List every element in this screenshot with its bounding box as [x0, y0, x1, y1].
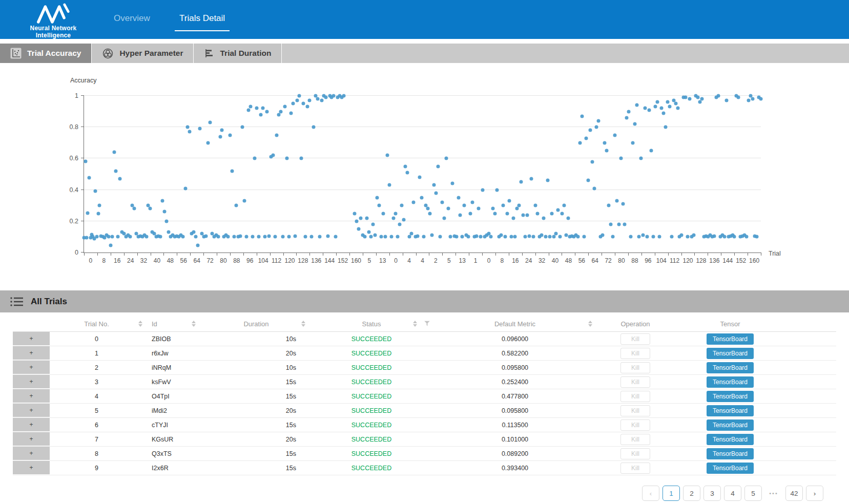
- pagination-next-button[interactable]: ›: [806, 486, 823, 501]
- scatter-point[interactable]: [359, 216, 363, 220]
- sort-icon[interactable]: [301, 321, 305, 327]
- scatter-point[interactable]: [522, 213, 525, 217]
- kill-button[interactable]: Kill: [620, 463, 650, 474]
- scatter-point[interactable]: [653, 105, 657, 109]
- scatter-point[interactable]: [204, 234, 208, 238]
- scatter-point[interactable]: [450, 182, 454, 185]
- scatter-point[interactable]: [594, 125, 598, 129]
- scatter-point[interactable]: [600, 234, 604, 237]
- scatter-point[interactable]: [396, 235, 399, 239]
- pagination-page-button[interactable]: 3: [703, 486, 721, 501]
- scatter-point[interactable]: [235, 204, 238, 207]
- tab-trial-accuracy[interactable]: Trial Accuracy: [0, 44, 92, 63]
- scatter-point[interactable]: [648, 108, 651, 112]
- scatter-point[interactable]: [379, 235, 383, 239]
- scatter-point[interactable]: [216, 235, 220, 239]
- scatter-point[interactable]: [585, 136, 588, 140]
- expand-row-button[interactable]: +: [13, 332, 50, 346]
- kill-button[interactable]: Kill: [620, 376, 650, 388]
- scatter-point[interactable]: [367, 230, 371, 234]
- scatter-point[interactable]: [98, 204, 101, 207]
- scatter-point[interactable]: [434, 191, 438, 195]
- scatter-point[interactable]: [745, 235, 749, 239]
- scatter-point[interactable]: [324, 96, 327, 99]
- scatter-point[interactable]: [229, 133, 232, 137]
- scatter-point[interactable]: [271, 154, 275, 157]
- scatter-point[interactable]: [249, 105, 252, 109]
- scatter-point[interactable]: [300, 157, 303, 160]
- scatter-point[interactable]: [357, 227, 361, 231]
- scatter-point[interactable]: [479, 235, 483, 239]
- scatter-point[interactable]: [471, 201, 474, 204]
- scatter-point[interactable]: [611, 235, 614, 239]
- scatter-point[interactable]: [218, 135, 222, 138]
- tensorboard-button[interactable]: TensorBoard: [707, 333, 754, 345]
- scatter-point[interactable]: [184, 186, 188, 190]
- scatter-point[interactable]: [751, 97, 755, 101]
- tensorboard-button[interactable]: TensorBoard: [707, 448, 754, 459]
- scatter-point[interactable]: [408, 235, 411, 239]
- kill-button[interactable]: Kill: [620, 419, 650, 431]
- scatter-point[interactable]: [457, 196, 460, 199]
- scatter-point[interactable]: [309, 235, 313, 239]
- scatter-point[interactable]: [400, 204, 403, 207]
- scatter-point[interactable]: [107, 235, 110, 239]
- pagination-page-button[interactable]: 42: [785, 486, 803, 501]
- pagination-page-button[interactable]: 1: [662, 486, 680, 501]
- scatter-point[interactable]: [430, 234, 433, 237]
- scatter-point[interactable]: [394, 212, 397, 215]
- column-header-default-metric[interactable]: Default Metric: [436, 316, 594, 331]
- scatter-point[interactable]: [655, 100, 659, 104]
- expand-row-button[interactable]: +: [13, 432, 50, 446]
- scatter-point[interactable]: [503, 235, 507, 239]
- scatter-point[interactable]: [501, 204, 505, 207]
- scatter-point[interactable]: [737, 96, 740, 99]
- tensorboard-button[interactable]: TensorBoard: [707, 463, 754, 474]
- scatter-point[interactable]: [578, 141, 582, 144]
- scatter-point[interactable]: [564, 234, 568, 237]
- scatter-point[interactable]: [635, 103, 639, 107]
- scatter-point[interactable]: [326, 234, 329, 238]
- expand-row-button[interactable]: +: [13, 418, 50, 432]
- scatter-point[interactable]: [605, 149, 608, 153]
- scatter-point[interactable]: [420, 196, 424, 199]
- scatter-point[interactable]: [688, 97, 692, 101]
- scatter-point[interactable]: [144, 235, 148, 239]
- scatter-point[interactable]: [149, 207, 152, 211]
- scatter-point[interactable]: [283, 105, 287, 109]
- scatter-point[interactable]: [383, 235, 387, 239]
- scatter-point[interactable]: [412, 201, 416, 204]
- scatter-point[interactable]: [692, 234, 696, 237]
- scatter-point[interactable]: [391, 216, 395, 220]
- scatter-point[interactable]: [298, 94, 301, 98]
- scatter-point[interactable]: [536, 212, 540, 215]
- scatter-point[interactable]: [493, 212, 496, 215]
- scatter-point[interactable]: [576, 235, 580, 239]
- scatter-point[interactable]: [277, 113, 281, 116]
- sort-icon[interactable]: [192, 321, 196, 327]
- scatter-point[interactable]: [475, 234, 479, 238]
- scatter-point[interactable]: [698, 100, 702, 104]
- scatter-point[interactable]: [389, 235, 393, 239]
- scatter-point[interactable]: [509, 235, 513, 239]
- scatter-point[interactable]: [615, 199, 618, 203]
- scatter-point[interactable]: [680, 234, 684, 237]
- tensorboard-button[interactable]: TensorBoard: [707, 419, 754, 431]
- scatter-point[interactable]: [641, 234, 645, 237]
- tab-trial-duration[interactable]: Trial Duration: [194, 44, 282, 63]
- scatter-point[interactable]: [281, 235, 285, 239]
- scatter-point[interactable]: [253, 157, 256, 160]
- tensorboard-button[interactable]: TensorBoard: [707, 391, 754, 402]
- scatter-point[interactable]: [303, 235, 307, 239]
- scatter-point[interactable]: [302, 102, 305, 106]
- scatter-point[interactable]: [220, 129, 224, 132]
- scatter-point[interactable]: [426, 207, 430, 211]
- scatter-point[interactable]: [436, 164, 440, 168]
- scatter-point[interactable]: [686, 235, 690, 239]
- scatter-point[interactable]: [544, 235, 547, 239]
- scatter-point[interactable]: [263, 235, 266, 239]
- scatter-point[interactable]: [499, 234, 503, 237]
- scatter-point[interactable]: [651, 235, 655, 239]
- tensorboard-button[interactable]: TensorBoard: [707, 405, 754, 416]
- scatter-point[interactable]: [659, 107, 663, 110]
